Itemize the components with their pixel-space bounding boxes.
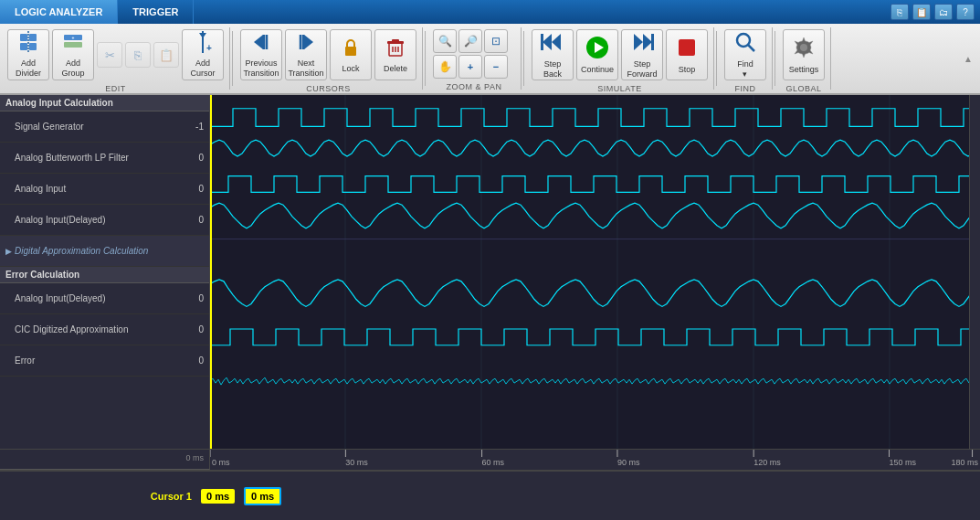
toolbar-group-cursors: PreviousTransition NextTransition Lock bbox=[235, 27, 423, 90]
svg-rect-26 bbox=[541, 34, 543, 50]
signal-row-signal-generator[interactable]: Signal Generator -1 bbox=[0, 111, 209, 143]
zoom-fit-button[interactable]: ⊡ bbox=[484, 29, 508, 53]
edit-label: EDIT bbox=[105, 82, 126, 93]
step-forward-button[interactable]: StepForward bbox=[621, 29, 663, 80]
global-label: GLOBAL bbox=[785, 82, 821, 93]
toolbar-group-simulate: StepBack Continue StepForward bbox=[526, 27, 714, 90]
zoom-dec-icon: − bbox=[493, 62, 499, 72]
continue-button[interactable]: Continue bbox=[576, 29, 618, 80]
status-bar: Cursor 1 0 ms 0 ms bbox=[0, 471, 980, 520]
signal-row-error[interactable]: Error 0 bbox=[0, 345, 209, 377]
lock-label: Lock bbox=[342, 64, 359, 74]
signal-row-analog-delayed[interactable]: Analog Input(Delayed) 0 bbox=[0, 205, 209, 236]
svg-text:+: + bbox=[72, 35, 75, 40]
tab-logic-analyzer[interactable]: LOGIC ANALYZER bbox=[0, 0, 118, 24]
sep4 bbox=[716, 31, 717, 86]
step-back-button[interactable]: StepBack bbox=[532, 29, 574, 80]
prev-transition-label: PreviousTransition bbox=[243, 58, 279, 79]
delete-label: Delete bbox=[384, 64, 407, 74]
zoom-in-button[interactable]: 🔍 bbox=[433, 29, 457, 53]
settings-button[interactable]: Settings bbox=[783, 29, 825, 80]
copy-icon[interactable]: ⎘ bbox=[890, 4, 909, 20]
toolbar-group-find: Find▾ FIND bbox=[719, 27, 773, 90]
paste-button[interactable]: 📋 bbox=[153, 42, 179, 68]
lock-icon bbox=[340, 37, 362, 61]
stop-button[interactable]: Stop bbox=[666, 29, 708, 80]
add-group-button[interactable]: + Add Group bbox=[52, 29, 94, 80]
find-label-group: FIND bbox=[735, 82, 756, 93]
cursor-time-1: 0 ms bbox=[201, 489, 235, 504]
scroll-indicator[interactable] bbox=[969, 95, 980, 449]
add-cursor-button[interactable]: + AddCursor bbox=[182, 29, 224, 80]
tab-trigger[interactable]: TRIGGER bbox=[118, 0, 194, 24]
svg-rect-0 bbox=[20, 34, 27, 41]
svg-marker-24 bbox=[543, 34, 552, 50]
signal-row-analog-input[interactable]: Analog Input 0 bbox=[0, 174, 209, 205]
zoom-buttons: 🔍 🔎 ⊡ ✋ + − bbox=[433, 27, 515, 80]
main-area: Analog Input Calculation Signal Generato… bbox=[0, 95, 980, 449]
title-bar-controls: ⎘ 📋 🗂 ? bbox=[890, 0, 980, 24]
edit-buttons: AddDivider + Add Group ✂ ⎘ 📋 bbox=[7, 27, 224, 82]
cursor-line bbox=[210, 95, 212, 449]
delete-icon bbox=[385, 37, 406, 61]
zoom-out-icon: 🔎 bbox=[464, 36, 478, 47]
next-transition-icon bbox=[295, 31, 317, 56]
group-header-analog-input: Analog Input Calculation bbox=[0, 95, 209, 111]
toolbar-group-zoom: 🔍 🔎 ⊡ ✋ + − ZOOM & PAN bbox=[427, 27, 522, 90]
zoom-label: ZOOM & PAN bbox=[447, 80, 502, 91]
signal-value-error: 0 bbox=[185, 356, 204, 366]
zoom-in-icon: 🔍 bbox=[438, 36, 452, 47]
cut-icon: ✂ bbox=[105, 49, 115, 61]
svg-text:+: + bbox=[206, 43, 212, 53]
signal-row-error-delayed[interactable]: Analog Input(Delayed) 0 bbox=[0, 283, 209, 314]
copy-button[interactable]: ⎘ bbox=[125, 42, 151, 68]
cut-button[interactable]: ✂ bbox=[97, 42, 122, 68]
zoom-dec-button[interactable]: − bbox=[484, 55, 508, 79]
waveform-svg bbox=[210, 95, 980, 449]
sep5 bbox=[775, 31, 775, 86]
add-cursor-label: AddCursor bbox=[190, 58, 215, 79]
svg-point-36 bbox=[800, 44, 807, 51]
step-forward-label: StepForward bbox=[627, 59, 657, 80]
group-row-digital-approx[interactable]: ▶ Digital Approximation Calculation bbox=[0, 236, 209, 267]
clipboard-icon[interactable]: 🗂 bbox=[934, 4, 953, 20]
signal-value-analog-delayed: 0 bbox=[185, 215, 204, 225]
signal-row-butter[interactable]: Analog Butterworth LP Filter 0 bbox=[0, 143, 209, 174]
prev-transition-button[interactable]: PreviousTransition bbox=[240, 29, 282, 80]
hand-button[interactable]: ✋ bbox=[433, 55, 457, 79]
add-divider-button[interactable]: AddDivider bbox=[7, 29, 49, 80]
signal-row-cic[interactable]: CIC Digitized Approximation 0 bbox=[0, 314, 209, 345]
paste-icon[interactable]: 📋 bbox=[912, 4, 931, 20]
svg-marker-9 bbox=[199, 33, 206, 38]
svg-rect-6 bbox=[64, 42, 82, 48]
delete-button[interactable]: Delete bbox=[374, 29, 416, 80]
find-button[interactable]: Find▾ bbox=[724, 29, 766, 80]
zoom-out-button[interactable]: 🔎 bbox=[458, 29, 482, 53]
signal-value-analog-input: 0 bbox=[185, 184, 204, 194]
add-divider-label: AddDivider bbox=[16, 58, 41, 79]
waveform-area bbox=[210, 95, 980, 449]
help-icon[interactable]: ? bbox=[956, 4, 975, 20]
lock-button[interactable]: Lock bbox=[330, 29, 372, 80]
svg-marker-14 bbox=[304, 35, 313, 49]
svg-rect-17 bbox=[345, 47, 356, 56]
next-transition-label: NextTransition bbox=[288, 58, 323, 79]
signal-value-cic: 0 bbox=[185, 324, 204, 334]
signal-name-analog-input: Analog Input bbox=[15, 184, 185, 194]
timeline-spacer: 0 ms bbox=[0, 450, 210, 470]
signal-value-error-delayed: 0 bbox=[185, 293, 204, 303]
settings-label: Settings bbox=[789, 65, 819, 75]
simulate-buttons: StepBack Continue StepForward bbox=[532, 27, 708, 82]
continue-label: Continue bbox=[581, 65, 614, 75]
svg-marker-25 bbox=[552, 34, 561, 50]
stop-label: Stop bbox=[679, 65, 696, 75]
next-transition-button[interactable]: NextTransition bbox=[285, 29, 327, 80]
svg-rect-2 bbox=[20, 43, 27, 50]
find-label: Find▾ bbox=[737, 59, 753, 80]
add-divider-icon bbox=[17, 31, 39, 56]
title-bar: LOGIC ANALYZER TRIGGER ⎘ 📋 🗂 ? bbox=[0, 0, 980, 24]
scroll-up-button[interactable]: ▲ bbox=[964, 54, 975, 64]
zoom-inc-button[interactable]: + bbox=[458, 55, 482, 79]
svg-rect-3 bbox=[29, 43, 37, 50]
signal-value-butter: 0 bbox=[185, 153, 204, 163]
